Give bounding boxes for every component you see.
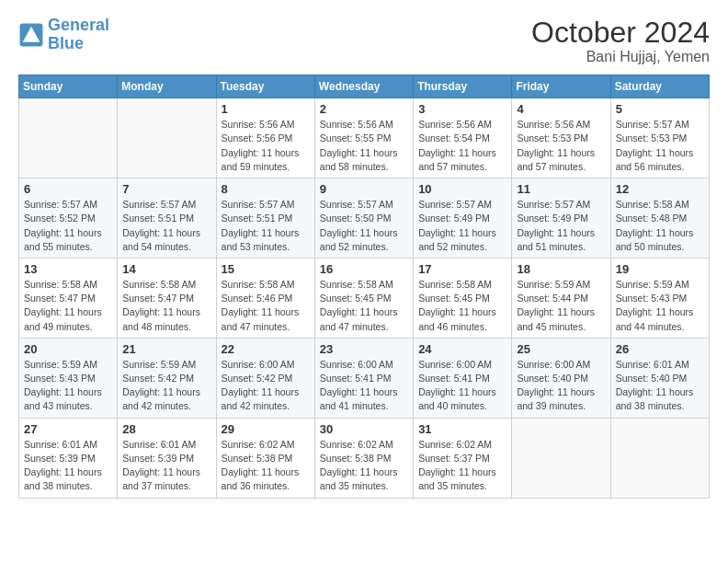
table-row: 29Sunrise: 6:02 AM Sunset: 5:38 PM Dayli… (216, 418, 314, 498)
day-info: Sunrise: 5:58 AM Sunset: 5:47 PM Dayligh… (122, 278, 210, 334)
day-number: 25 (517, 342, 605, 356)
location-title: Bani Hujjaj, Yemen (531, 49, 710, 65)
day-number: 10 (418, 182, 506, 196)
table-row: 1Sunrise: 5:56 AM Sunset: 5:56 PM Daylig… (216, 98, 314, 178)
table-row: 27Sunrise: 6:01 AM Sunset: 5:39 PM Dayli… (19, 418, 118, 498)
day-number: 24 (418, 342, 506, 356)
page-container: General Blue October 2024 Bani Hujjaj, Y… (0, 0, 728, 508)
table-row: 18Sunrise: 5:59 AM Sunset: 5:44 PM Dayli… (512, 258, 610, 338)
day-number: 27 (24, 422, 112, 436)
day-info: Sunrise: 5:57 AM Sunset: 5:51 PM Dayligh… (122, 198, 210, 254)
table-row (610, 418, 709, 498)
day-info: Sunrise: 5:57 AM Sunset: 5:51 PM Dayligh… (222, 198, 310, 254)
day-info: Sunrise: 5:59 AM Sunset: 5:43 PM Dayligh… (616, 278, 704, 334)
day-number: 22 (222, 342, 310, 356)
day-number: 11 (517, 182, 605, 196)
day-info: Sunrise: 5:58 AM Sunset: 5:45 PM Dayligh… (418, 278, 506, 334)
header: General Blue October 2024 Bani Hujjaj, Y… (18, 17, 710, 65)
logo: General Blue (18, 17, 109, 53)
table-row: 7Sunrise: 5:57 AM Sunset: 5:51 PM Daylig… (118, 178, 216, 259)
col-thursday: Thursday (414, 75, 512, 98)
table-row (118, 98, 216, 178)
table-row: 5Sunrise: 5:57 AM Sunset: 5:53 PM Daylig… (610, 98, 709, 178)
table-row: 25Sunrise: 6:00 AM Sunset: 5:40 PM Dayli… (512, 338, 610, 418)
logo-blue: Blue (48, 34, 84, 52)
day-info: Sunrise: 5:57 AM Sunset: 5:49 PM Dayligh… (517, 198, 605, 254)
day-number: 30 (320, 422, 408, 436)
day-info: Sunrise: 6:00 AM Sunset: 5:42 PM Dayligh… (222, 358, 310, 414)
day-info: Sunrise: 5:56 AM Sunset: 5:56 PM Dayligh… (222, 118, 310, 174)
col-friday: Friday (512, 75, 610, 98)
day-info: Sunrise: 5:59 AM Sunset: 5:44 PM Dayligh… (517, 278, 605, 334)
day-number: 14 (122, 262, 210, 276)
table-row: 12Sunrise: 5:58 AM Sunset: 5:48 PM Dayli… (610, 178, 709, 259)
day-number: 23 (320, 342, 408, 356)
table-row: 9Sunrise: 5:57 AM Sunset: 5:50 PM Daylig… (314, 178, 413, 259)
day-number: 21 (122, 342, 210, 356)
table-row: 30Sunrise: 6:02 AM Sunset: 5:38 PM Dayli… (314, 418, 413, 498)
col-saturday: Saturday (610, 75, 709, 98)
day-info: Sunrise: 6:00 AM Sunset: 5:41 PM Dayligh… (418, 358, 506, 414)
calendar-week-row: 20Sunrise: 5:59 AM Sunset: 5:43 PM Dayli… (19, 338, 710, 418)
day-info: Sunrise: 5:58 AM Sunset: 5:47 PM Dayligh… (24, 278, 112, 334)
day-number: 2 (320, 102, 408, 116)
table-row: 10Sunrise: 5:57 AM Sunset: 5:49 PM Dayli… (414, 178, 512, 259)
day-number: 4 (517, 102, 605, 116)
day-info: Sunrise: 5:59 AM Sunset: 5:43 PM Dayligh… (24, 358, 112, 414)
day-info: Sunrise: 5:57 AM Sunset: 5:50 PM Dayligh… (320, 198, 408, 254)
calendar-table: Sunday Monday Tuesday Wednesday Thursday… (18, 75, 710, 498)
calendar-week-row: 1Sunrise: 5:56 AM Sunset: 5:56 PM Daylig… (19, 98, 710, 178)
month-title: October 2024 (531, 17, 710, 49)
calendar-header-row: Sunday Monday Tuesday Wednesday Thursday… (19, 75, 710, 98)
day-number: 7 (122, 182, 210, 196)
table-row: 16Sunrise: 5:58 AM Sunset: 5:45 PM Dayli… (314, 258, 413, 338)
table-row: 11Sunrise: 5:57 AM Sunset: 5:49 PM Dayli… (512, 178, 610, 259)
day-info: Sunrise: 5:57 AM Sunset: 5:52 PM Dayligh… (24, 198, 112, 254)
day-number: 20 (24, 342, 112, 356)
day-info: Sunrise: 5:57 AM Sunset: 5:49 PM Dayligh… (418, 198, 506, 254)
day-number: 31 (418, 422, 506, 436)
day-info: Sunrise: 5:58 AM Sunset: 5:48 PM Dayligh… (616, 198, 704, 254)
table-row: 19Sunrise: 5:59 AM Sunset: 5:43 PM Dayli… (610, 258, 709, 338)
day-info: Sunrise: 5:58 AM Sunset: 5:45 PM Dayligh… (320, 278, 408, 334)
table-row: 21Sunrise: 5:59 AM Sunset: 5:42 PM Dayli… (118, 338, 216, 418)
day-number: 18 (517, 262, 605, 276)
day-info: Sunrise: 6:01 AM Sunset: 5:40 PM Dayligh… (616, 358, 704, 414)
calendar-week-row: 27Sunrise: 6:01 AM Sunset: 5:39 PM Dayli… (19, 418, 710, 498)
logo-general: General (48, 16, 109, 34)
day-number: 16 (320, 262, 408, 276)
logo-icon (18, 22, 44, 48)
table-row: 8Sunrise: 5:57 AM Sunset: 5:51 PM Daylig… (216, 178, 314, 259)
col-monday: Monday (118, 75, 216, 98)
day-info: Sunrise: 5:59 AM Sunset: 5:42 PM Dayligh… (122, 358, 210, 414)
day-info: Sunrise: 5:56 AM Sunset: 5:53 PM Dayligh… (517, 118, 605, 174)
col-sunday: Sunday (19, 75, 118, 98)
calendar-week-row: 6Sunrise: 5:57 AM Sunset: 5:52 PM Daylig… (19, 178, 710, 259)
day-number: 5 (616, 102, 704, 116)
day-info: Sunrise: 6:02 AM Sunset: 5:38 PM Dayligh… (320, 438, 408, 494)
day-info: Sunrise: 6:01 AM Sunset: 5:39 PM Dayligh… (122, 438, 210, 494)
table-row: 6Sunrise: 5:57 AM Sunset: 5:52 PM Daylig… (19, 178, 118, 259)
day-info: Sunrise: 5:56 AM Sunset: 5:54 PM Dayligh… (418, 118, 506, 174)
table-row: 24Sunrise: 6:00 AM Sunset: 5:41 PM Dayli… (414, 338, 512, 418)
day-info: Sunrise: 6:01 AM Sunset: 5:39 PM Dayligh… (24, 438, 112, 494)
table-row: 20Sunrise: 5:59 AM Sunset: 5:43 PM Dayli… (19, 338, 118, 418)
day-info: Sunrise: 5:56 AM Sunset: 5:55 PM Dayligh… (320, 118, 408, 174)
table-row: 4Sunrise: 5:56 AM Sunset: 5:53 PM Daylig… (512, 98, 610, 178)
table-row: 31Sunrise: 6:02 AM Sunset: 5:37 PM Dayli… (414, 418, 512, 498)
table-row: 17Sunrise: 5:58 AM Sunset: 5:45 PM Dayli… (414, 258, 512, 338)
table-row: 15Sunrise: 5:58 AM Sunset: 5:46 PM Dayli… (216, 258, 314, 338)
table-row: 22Sunrise: 6:00 AM Sunset: 5:42 PM Dayli… (216, 338, 314, 418)
day-info: Sunrise: 6:00 AM Sunset: 5:40 PM Dayligh… (517, 358, 605, 414)
table-row (512, 418, 610, 498)
col-tuesday: Tuesday (216, 75, 314, 98)
logo-text: General Blue (48, 17, 109, 53)
table-row: 26Sunrise: 6:01 AM Sunset: 5:40 PM Dayli… (610, 338, 709, 418)
col-wednesday: Wednesday (314, 75, 413, 98)
day-info: Sunrise: 5:57 AM Sunset: 5:53 PM Dayligh… (616, 118, 704, 174)
title-block: October 2024 Bani Hujjaj, Yemen (531, 17, 710, 65)
day-number: 8 (222, 182, 310, 196)
day-info: Sunrise: 6:00 AM Sunset: 5:41 PM Dayligh… (320, 358, 408, 414)
day-number: 13 (24, 262, 112, 276)
day-number: 9 (320, 182, 408, 196)
